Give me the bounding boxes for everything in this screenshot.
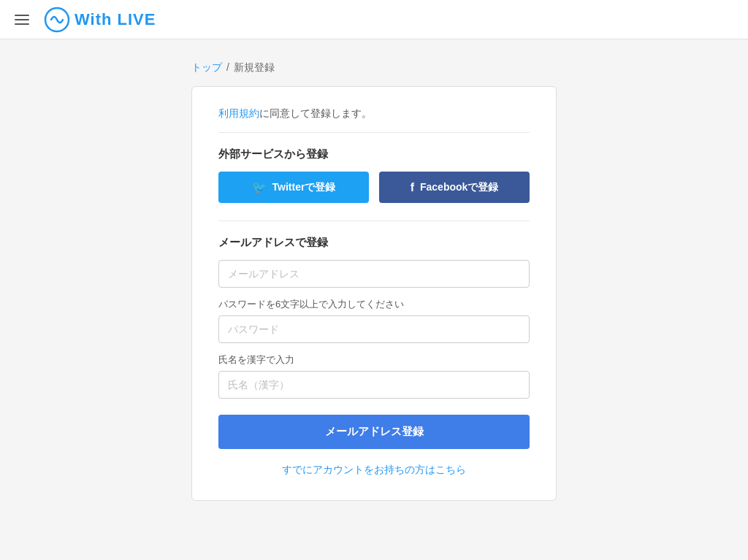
breadcrumb-top-link[interactable]: トップ bbox=[191, 61, 222, 73]
already-account-link[interactable]: すでにアカウントをお持ちの方はこちら bbox=[282, 464, 466, 475]
section-divider bbox=[218, 220, 530, 221]
hamburger-menu-button[interactable] bbox=[12, 12, 32, 28]
logo-area: With LIVE bbox=[44, 7, 156, 33]
email-input[interactable] bbox=[218, 260, 530, 288]
twitter-register-button[interactable]: 🐦 Twitterで登録 bbox=[218, 172, 369, 203]
external-service-section-label: 外部サービスから登録 bbox=[218, 147, 530, 161]
breadcrumb-current: 新規登録 bbox=[234, 61, 275, 73]
twitter-icon: 🐦 bbox=[252, 180, 267, 194]
social-buttons-area: 🐦 Twitterで登録 f Facebookで登録 bbox=[218, 172, 530, 203]
facebook-register-button[interactable]: f Facebookで登録 bbox=[379, 172, 530, 203]
email-register-button[interactable]: メールアドレス登録 bbox=[218, 415, 530, 449]
facebook-icon: f bbox=[411, 181, 414, 194]
name-input[interactable] bbox=[218, 371, 530, 399]
breadcrumb-separator: / bbox=[226, 61, 229, 73]
terms-link[interactable]: 利用規約 bbox=[218, 107, 259, 119]
logo-icon bbox=[44, 7, 70, 33]
logo-text: With LIVE bbox=[75, 10, 156, 29]
terms-suffix: に同意して登録します。 bbox=[259, 107, 372, 119]
name-form-group: 氏名を漢字で入力 bbox=[218, 353, 530, 399]
email-form-group bbox=[218, 260, 530, 288]
password-label: パスワードを6文字以上で入力してください bbox=[218, 298, 530, 311]
name-label: 氏名を漢字で入力 bbox=[218, 353, 530, 367]
terms-line: 利用規約に同意して登録します。 bbox=[218, 107, 530, 133]
registration-card: 利用規約に同意して登録します。 外部サービスから登録 🐦 Twitterで登録 … bbox=[191, 86, 557, 501]
main-content: トップ / 新規登録 利用規約に同意して登録します。 外部サービスから登録 🐦 … bbox=[0, 39, 748, 523]
facebook-button-label: Facebookで登録 bbox=[420, 181, 498, 194]
password-form-group: パスワードを6文字以上で入力してください bbox=[218, 298, 530, 343]
email-section-label: メールアドレスで登録 bbox=[218, 236, 530, 250]
app-header: With LIVE bbox=[0, 0, 748, 39]
breadcrumb: トップ / 新規登録 bbox=[191, 61, 557, 74]
twitter-button-label: Twitterで登録 bbox=[272, 181, 336, 194]
password-input[interactable] bbox=[218, 315, 530, 343]
already-account-area: すでにアカウントをお持ちの方はこちら bbox=[218, 464, 530, 477]
